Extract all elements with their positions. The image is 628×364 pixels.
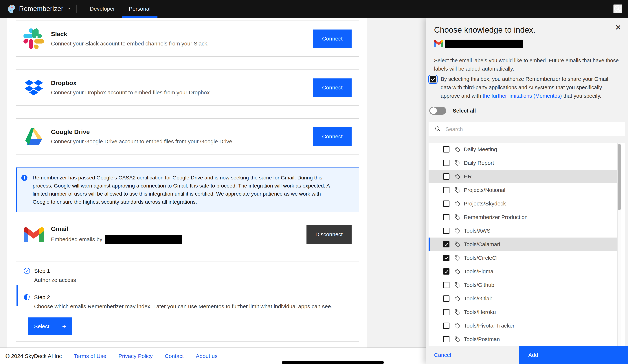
tag-icon bbox=[454, 309, 461, 315]
integration-list: Slack Connect your Slack account to embe… bbox=[7, 20, 367, 154]
label-checkbox[interactable] bbox=[443, 160, 450, 166]
consent-checkbox[interactable] bbox=[430, 76, 436, 82]
label-checkbox[interactable] bbox=[443, 336, 450, 342]
label-row-tools-pivotal-tracker[interactable]: Tools/Pivotal Tracker bbox=[429, 319, 617, 332]
panel-intro-text: Select the email labels you would like t… bbox=[434, 57, 620, 73]
connect-button-slack[interactable]: Connect bbox=[313, 29, 352, 48]
label-checkbox[interactable] bbox=[443, 228, 450, 234]
footer-link-privacy-policy[interactable]: Privacy Policy bbox=[118, 353, 153, 359]
label-text: Projects/Notional bbox=[464, 187, 505, 193]
integration-card-slack: Slack Connect your Slack account to embe… bbox=[16, 20, 359, 57]
label-checkbox[interactable] bbox=[443, 282, 450, 288]
gmail-icon bbox=[23, 224, 44, 245]
connect-button-gdrive[interactable]: Connect bbox=[313, 127, 352, 146]
label-checkbox[interactable] bbox=[443, 295, 450, 302]
redacted-account-name bbox=[445, 40, 523, 48]
label-text: Projects/Skydeck bbox=[464, 201, 506, 207]
footer-link-contact[interactable]: Contact bbox=[165, 353, 184, 359]
step1-title: Step 1 bbox=[34, 268, 50, 274]
select-button-label: Select bbox=[34, 323, 49, 330]
label-row-tools-gitlab[interactable]: Tools/Gitlab bbox=[429, 292, 617, 305]
add-button[interactable]: Add bbox=[519, 346, 628, 364]
copyright-text: © 2024 SkyDeck AI Inc bbox=[5, 353, 62, 359]
footer-links: Terms of UsePrivacy PolicyContactAbout u… bbox=[74, 353, 217, 359]
primary-tabs: DeveloperPersonal bbox=[83, 0, 157, 18]
close-icon[interactable]: ✕ bbox=[613, 22, 623, 33]
tag-icon bbox=[454, 228, 461, 234]
label-checkbox[interactable] bbox=[443, 173, 450, 180]
select-all-label: Select all bbox=[453, 108, 476, 114]
step-in-progress-icon bbox=[23, 294, 30, 301]
label-checkbox[interactable] bbox=[443, 309, 450, 315]
tab-developer[interactable]: Developer bbox=[83, 0, 122, 18]
label-row-tools-calamari[interactable]: Tools/Calamari bbox=[429, 237, 617, 251]
label-row-tools-circleci[interactable]: Tools/CircleCI bbox=[429, 251, 617, 265]
tag-icon bbox=[454, 336, 461, 342]
app-screen: Rememberizer™ DeveloperPersonal Slack Co… bbox=[0, 0, 628, 364]
label-row-tools-figma[interactable]: Tools/Figma bbox=[429, 265, 617, 278]
plus-icon: + bbox=[62, 323, 66, 330]
label-row-rememberizer-production[interactable]: Rememberizer Production bbox=[429, 211, 617, 224]
label-checkbox[interactable] bbox=[443, 187, 450, 193]
label-row-projects-skydeck[interactable]: Projects/Skydeck bbox=[429, 197, 617, 211]
tab-personal[interactable]: Personal bbox=[122, 0, 157, 18]
label-text: Daily Meeting bbox=[464, 146, 497, 152]
disconnect-button[interactable]: Disconnect bbox=[307, 225, 352, 244]
tag-icon bbox=[454, 201, 461, 207]
footer-link-about-us[interactable]: About us bbox=[196, 353, 217, 359]
label-row-tools-github[interactable]: Tools/Github bbox=[429, 278, 617, 292]
mementos-limitations-link[interactable]: the further limitations (Mementos) bbox=[483, 93, 562, 99]
tag-icon bbox=[454, 323, 461, 329]
choose-knowledge-panel: Choose knowledge to index. ✕ Select the … bbox=[426, 18, 628, 364]
search-input[interactable] bbox=[445, 126, 603, 132]
label-text: Tools/Postman bbox=[464, 336, 500, 342]
select-labels-button[interactable]: Select + bbox=[28, 317, 72, 335]
slack-icon bbox=[23, 28, 44, 49]
integrations-page: Slack Connect your Slack account to embe… bbox=[7, 18, 367, 348]
user-avatar-icon bbox=[614, 5, 622, 13]
list-scrollbar-thumb[interactable] bbox=[618, 144, 621, 210]
integration-description: Connect your Slack account to embed chan… bbox=[51, 41, 209, 47]
select-all-toggle[interactable] bbox=[429, 107, 446, 115]
home-indicator bbox=[282, 361, 384, 364]
label-checkbox[interactable] bbox=[443, 146, 450, 152]
label-row-daily-meeting[interactable]: Daily Meeting bbox=[429, 143, 617, 156]
label-row-hr[interactable]: HR bbox=[429, 170, 617, 183]
integration-title: Dropbox bbox=[51, 79, 211, 86]
label-text: Tools/CircleCI bbox=[464, 255, 498, 261]
brand-name: Rememberizer bbox=[19, 5, 64, 13]
label-checkbox[interactable] bbox=[443, 214, 450, 220]
integration-description: Connect your Google Drive account to emb… bbox=[51, 138, 234, 145]
label-checkbox[interactable] bbox=[443, 323, 450, 329]
label-row-tools-postman[interactable]: Tools/Postman bbox=[429, 332, 617, 346]
connect-button-dropbox[interactable]: Connect bbox=[313, 78, 352, 97]
label-checkbox[interactable] bbox=[443, 241, 450, 247]
header-divider bbox=[76, 4, 77, 13]
brand-logo-area[interactable]: Rememberizer™ bbox=[7, 4, 70, 14]
email-label-list: Daily Meeting Daily Report HR Projects/N… bbox=[429, 143, 625, 346]
label-row-tools-aws[interactable]: Tools/AWS bbox=[429, 224, 617, 237]
embedded-by-label: Embedded emails by bbox=[51, 236, 102, 242]
step2-title: Step 2 bbox=[34, 294, 50, 300]
label-text: Tools/Pivotal Tracker bbox=[464, 323, 515, 329]
label-checkbox[interactable] bbox=[443, 255, 450, 261]
info-icon bbox=[21, 174, 28, 181]
label-text: Tools/Gitlab bbox=[464, 295, 492, 302]
integration-title: Gmail bbox=[51, 225, 182, 232]
label-row-projects-notional[interactable]: Projects/Notional bbox=[429, 183, 617, 197]
profile-menu-button[interactable] bbox=[613, 4, 622, 13]
label-checkbox[interactable] bbox=[443, 201, 450, 207]
gdrive-icon bbox=[23, 126, 44, 147]
top-navigation-bar: Rememberizer™ DeveloperPersonal bbox=[0, 0, 628, 18]
integration-description: Connect your Dropbox account to embed fi… bbox=[51, 89, 211, 96]
label-row-tools-heroku[interactable]: Tools/Heroku bbox=[429, 305, 617, 319]
footer-link-terms-of-use[interactable]: Terms of Use bbox=[74, 353, 106, 359]
cancel-button[interactable]: Cancel bbox=[426, 346, 519, 364]
label-row-daily-report[interactable]: Daily Report bbox=[429, 156, 617, 170]
tag-icon bbox=[454, 214, 461, 220]
step1-description: Authorize access bbox=[34, 277, 352, 283]
notice-text: Rememberizer has passed Google’s CASA2 c… bbox=[33, 174, 333, 206]
label-text: Tools/Heroku bbox=[464, 309, 496, 315]
tag-icon bbox=[454, 160, 461, 166]
label-checkbox[interactable] bbox=[443, 268, 450, 275]
